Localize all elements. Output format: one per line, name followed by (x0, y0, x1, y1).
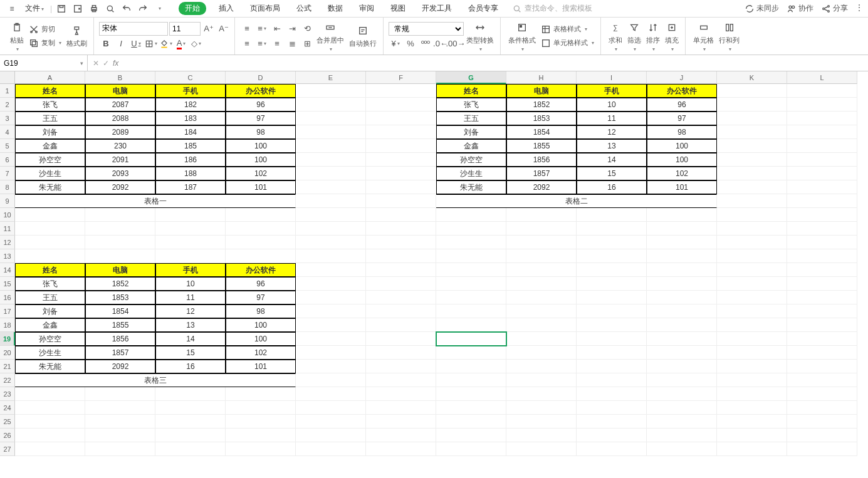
cell-E14[interactable] (296, 263, 366, 277)
cell-E24[interactable] (296, 401, 366, 415)
cell-H6[interactable]: 1856 (506, 153, 577, 167)
font-shrink[interactable]: A⁻ (217, 22, 231, 36)
cell-G6[interactable]: 孙空空 (436, 153, 506, 167)
indent-dec[interactable]: ⇤ (270, 22, 284, 36)
cell-D21[interactable]: 101 (226, 360, 296, 373)
cell-A17[interactable]: 刘备 (15, 304, 85, 318)
cell-B5[interactable]: 230 (85, 139, 155, 153)
cell-C20[interactable]: 15 (155, 346, 226, 360)
cell-J16[interactable] (647, 291, 717, 304)
cell-A8[interactable]: 朱无能 (15, 180, 85, 194)
currency-button[interactable]: ¥ (389, 37, 402, 51)
table-style[interactable]: 表格样式 (538, 23, 597, 36)
bold-button[interactable]: B (99, 37, 113, 51)
cell-L10[interactable] (787, 208, 857, 222)
cell-C24[interactable] (155, 401, 226, 415)
cell-B18[interactable]: 1855 (85, 318, 155, 332)
cell-K8[interactable] (717, 180, 787, 194)
cell-D13[interactable] (226, 249, 296, 263)
cell-I18[interactable] (577, 318, 647, 332)
cell-L18[interactable] (787, 318, 857, 332)
cell-E4[interactable] (296, 125, 366, 139)
row-header-9[interactable]: 9 (0, 194, 15, 208)
font-name-select[interactable] (99, 22, 168, 36)
cell-H23[interactable] (506, 387, 577, 401)
cell-K10[interactable] (717, 208, 787, 222)
cell-E15[interactable] (296, 277, 366, 291)
more-icon[interactable]: ⋮ (855, 3, 863, 14)
cell-B27[interactable] (85, 442, 155, 456)
tab-formula[interactable]: 公式 (293, 2, 315, 15)
cell-C23[interactable] (155, 387, 226, 401)
col-header-G[interactable]: G (436, 71, 506, 84)
italic-button[interactable]: I (114, 37, 128, 51)
cell-A4[interactable]: 刘备 (15, 125, 85, 139)
cell-H17[interactable] (506, 304, 577, 318)
cell-G10[interactable] (436, 208, 506, 222)
cell-F24[interactable] (366, 401, 436, 415)
redo-icon[interactable] (136, 2, 150, 16)
cell-I5[interactable]: 13 (577, 139, 647, 153)
row-header-13[interactable]: 13 (0, 249, 15, 263)
cell-F5[interactable] (366, 139, 436, 153)
cell-F15[interactable] (366, 277, 436, 291)
cell-J14[interactable] (647, 263, 717, 277)
cell-I17[interactable] (577, 304, 647, 318)
cell-G25[interactable] (436, 415, 506, 429)
cell-I10[interactable] (577, 208, 647, 222)
cell-J22[interactable] (647, 373, 717, 387)
cell-F16[interactable] (366, 291, 436, 304)
cell-C17[interactable]: 12 (155, 304, 226, 318)
cell-E19[interactable] (296, 332, 366, 346)
col-header-L[interactable]: L (787, 71, 857, 84)
cell-C12[interactable] (155, 236, 226, 249)
cell-J17[interactable] (647, 304, 717, 318)
cell-C3[interactable]: 183 (155, 112, 226, 125)
cell-I25[interactable] (577, 415, 647, 429)
col-header-J[interactable]: J (647, 71, 717, 84)
row-header-18[interactable]: 18 (0, 318, 15, 332)
cell-G27[interactable] (436, 442, 506, 456)
cell-F7[interactable] (366, 167, 436, 180)
cell-F21[interactable] (366, 360, 436, 373)
col-header-K[interactable]: K (717, 71, 787, 84)
fill-button[interactable]: 填充 (662, 21, 681, 52)
indent-inc[interactable]: ⇥ (285, 22, 299, 36)
font-grow[interactable]: A⁺ (202, 22, 216, 36)
cut-button[interactable]: 剪切 (26, 23, 64, 36)
cell-A9[interactable]: 表格一 (15, 194, 296, 208)
tab-vip[interactable]: 会员专享 (464, 2, 502, 15)
orientation[interactable]: ⟲ (300, 22, 314, 36)
cell-J7[interactable]: 102 (647, 167, 717, 180)
cell-J18[interactable] (647, 318, 717, 332)
cell-F26[interactable] (366, 429, 436, 442)
cell-E23[interactable] (296, 387, 366, 401)
preview-icon[interactable] (103, 2, 117, 16)
cell-G23[interactable] (436, 387, 506, 401)
cell-I20[interactable] (577, 346, 647, 360)
cell-I7[interactable]: 15 (577, 167, 647, 180)
row-header-7[interactable]: 7 (0, 167, 15, 180)
cell-G1[interactable]: 姓名 (436, 84, 506, 98)
row-header-12[interactable]: 12 (0, 236, 15, 249)
cell-D27[interactable] (226, 442, 296, 456)
cell-K19[interactable] (717, 332, 787, 346)
cell-G8[interactable]: 朱无能 (436, 180, 506, 194)
file-menu[interactable]: 文件 (21, 2, 48, 15)
cell-D8[interactable]: 101 (226, 180, 296, 194)
cell-L5[interactable] (787, 139, 857, 153)
row-header-10[interactable]: 10 (0, 208, 15, 222)
cell-L11[interactable] (787, 222, 857, 236)
cell-G24[interactable] (436, 401, 506, 415)
cell-K9[interactable] (717, 194, 787, 208)
row-header-5[interactable]: 5 (0, 139, 15, 153)
cell-G4[interactable]: 刘备 (436, 125, 506, 139)
cell-J5[interactable]: 100 (647, 139, 717, 153)
cell-E1[interactable] (296, 84, 366, 98)
cell-A2[interactable]: 张飞 (15, 98, 85, 112)
cell-F22[interactable] (366, 373, 436, 387)
sum-button[interactable]: ∑求和 (606, 21, 625, 52)
rowcol-button[interactable]: 行和列 (716, 21, 742, 52)
cell-L21[interactable] (787, 360, 857, 373)
cell-E25[interactable] (296, 415, 366, 429)
